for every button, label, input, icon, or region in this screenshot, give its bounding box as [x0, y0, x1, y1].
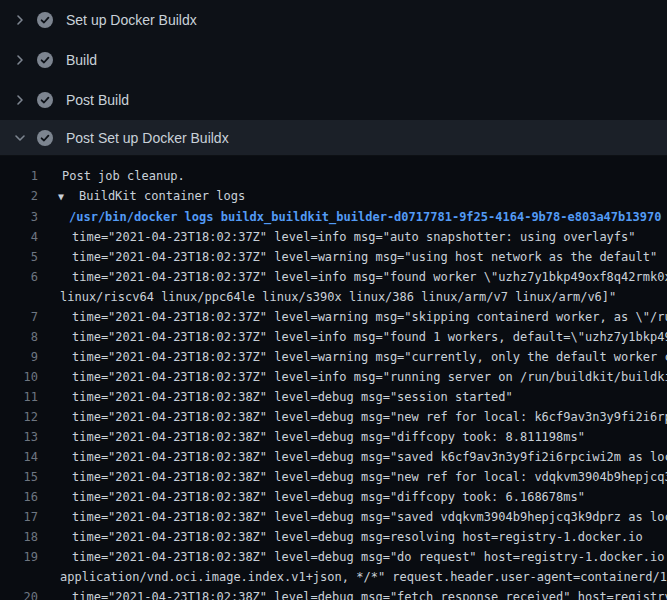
- line-text: time="2021-04-23T18:02:37Z" level=warnin…: [38, 307, 667, 327]
- log-line: 3 /usr/bin/docker logs buildx_buildkit_b…: [0, 207, 667, 227]
- line-text: Post job cleanup.: [38, 166, 185, 186]
- check-circle-icon: [37, 52, 53, 68]
- log-group-toggle[interactable]: ▼BuildKit container logs: [38, 186, 245, 207]
- log-line: 16 time="2021-04-23T18:02:38Z" level=deb…: [0, 487, 667, 507]
- log-panel: 1 Post job cleanup. 2 ▼BuildKit containe…: [0, 156, 667, 600]
- line-number[interactable]: 7: [0, 307, 38, 327]
- log-line: 11 time="2021-04-23T18:02:38Z" level=deb…: [0, 387, 667, 407]
- line-text: time="2021-04-23T18:02:37Z" level=info m…: [38, 327, 667, 347]
- line-text: time="2021-04-23T18:02:37Z" level=warnin…: [38, 347, 667, 367]
- line-text: time="2021-04-23T18:02:38Z" level=debug …: [38, 547, 667, 567]
- step-label: Set up Docker Buildx: [66, 12, 197, 28]
- step-row[interactable]: Set up Docker Buildx: [0, 0, 667, 40]
- line-number[interactable]: 8: [0, 327, 38, 347]
- log-line: 7 time="2021-04-23T18:02:37Z" level=warn…: [0, 307, 667, 327]
- log-line: 2 ▼BuildKit container logs: [0, 186, 667, 207]
- line-number[interactable]: 19: [0, 547, 38, 567]
- line-text: linux/riscv64 linux/ppc64le linux/s390x …: [38, 287, 616, 307]
- line-text: time="2021-04-23T18:02:38Z" level=debug …: [38, 587, 667, 600]
- line-number[interactable]: 3: [0, 207, 38, 227]
- line-number[interactable]: 11: [0, 387, 38, 407]
- log-line: application/vnd.oci.image.index.v1+json,…: [0, 567, 667, 587]
- line-number[interactable]: 12: [0, 407, 38, 427]
- log-line: 1 Post job cleanup.: [0, 166, 667, 186]
- step-row[interactable]: Post Set up Docker Buildx: [0, 120, 667, 156]
- check-circle-icon: [37, 130, 53, 146]
- line-number[interactable]: 5: [0, 247, 38, 267]
- chevron-right-icon: [12, 92, 28, 108]
- actions-log-viewer: Set up Docker Buildx Build Post Build: [0, 0, 667, 600]
- line-number[interactable]: [0, 567, 38, 587]
- line-number[interactable]: 15: [0, 467, 38, 487]
- line-number[interactable]: 17: [0, 507, 38, 527]
- line-number[interactable]: 13: [0, 427, 38, 447]
- line-number[interactable]: 18: [0, 527, 38, 547]
- step-label: Post Set up Docker Buildx: [66, 130, 229, 146]
- step-row[interactable]: Build: [0, 40, 667, 80]
- line-number[interactable]: 1: [0, 166, 38, 186]
- line-text: time="2021-04-23T18:02:38Z" level=debug …: [38, 507, 667, 527]
- log-line: 9 time="2021-04-23T18:02:37Z" level=warn…: [0, 347, 667, 367]
- check-circle-icon: [37, 92, 53, 108]
- line-number[interactable]: 4: [0, 227, 38, 247]
- log-line: 18 time="2021-04-23T18:02:38Z" level=deb…: [0, 527, 667, 547]
- log-line: 4 time="2021-04-23T18:02:37Z" level=info…: [0, 227, 667, 247]
- line-number[interactable]: 6: [0, 267, 38, 287]
- line-number[interactable]: 14: [0, 447, 38, 467]
- line-number[interactable]: 20: [0, 587, 38, 600]
- step-label: Build: [66, 52, 97, 68]
- log-line: 8 time="2021-04-23T18:02:37Z" level=info…: [0, 327, 667, 347]
- log-line: 14 time="2021-04-23T18:02:38Z" level=deb…: [0, 447, 667, 467]
- collapse-triangle-icon: ▼: [58, 187, 79, 207]
- line-text: time="2021-04-23T18:02:37Z" level=info m…: [38, 227, 636, 247]
- log-line: 12 time="2021-04-23T18:02:38Z" level=deb…: [0, 407, 667, 427]
- step-row[interactable]: Post Build: [0, 80, 667, 120]
- line-number[interactable]: [0, 287, 38, 307]
- chevron-down-icon: [12, 130, 28, 146]
- log-line: 13 time="2021-04-23T18:02:38Z" level=deb…: [0, 427, 667, 447]
- step-label: Post Build: [66, 92, 129, 108]
- log-line: 5 time="2021-04-23T18:02:37Z" level=warn…: [0, 247, 667, 267]
- line-text: time="2021-04-23T18:02:38Z" level=debug …: [38, 467, 667, 487]
- line-text: time="2021-04-23T18:02:38Z" level=debug …: [38, 407, 667, 427]
- log-line: 17 time="2021-04-23T18:02:38Z" level=deb…: [0, 507, 667, 527]
- line-text: time="2021-04-23T18:02:37Z" level=info m…: [38, 267, 667, 287]
- line-number[interactable]: 2: [0, 186, 38, 207]
- line-text: time="2021-04-23T18:02:38Z" level=debug …: [38, 387, 513, 407]
- line-text: time="2021-04-23T18:02:38Z" level=debug …: [38, 527, 643, 547]
- log-line: 15 time="2021-04-23T18:02:38Z" level=deb…: [0, 467, 667, 487]
- line-text: time="2021-04-23T18:02:37Z" level=warnin…: [38, 247, 657, 267]
- line-number[interactable]: 9: [0, 347, 38, 367]
- line-text: application/vnd.oci.image.index.v1+json,…: [38, 567, 667, 587]
- log-line: 19 time="2021-04-23T18:02:38Z" level=deb…: [0, 547, 667, 567]
- log-line: linux/riscv64 linux/ppc64le linux/s390x …: [0, 287, 667, 307]
- line-text: time="2021-04-23T18:02:37Z" level=info m…: [38, 367, 667, 387]
- chevron-right-icon: [12, 12, 28, 28]
- steps-list: Set up Docker Buildx Build Post Build: [0, 0, 667, 156]
- line-text: time="2021-04-23T18:02:38Z" level=debug …: [38, 427, 585, 447]
- log-line: 10 time="2021-04-23T18:02:37Z" level=inf…: [0, 367, 667, 387]
- line-number[interactable]: 16: [0, 487, 38, 507]
- line-text: time="2021-04-23T18:02:38Z" level=debug …: [38, 487, 585, 507]
- check-circle-icon: [37, 12, 53, 28]
- chevron-right-icon: [12, 52, 28, 68]
- log-line: 20 time="2021-04-23T18:02:38Z" level=deb…: [0, 587, 667, 600]
- line-text: time="2021-04-23T18:02:38Z" level=debug …: [38, 447, 667, 467]
- log-line: 6 time="2021-04-23T18:02:37Z" level=info…: [0, 267, 667, 287]
- line-number[interactable]: 10: [0, 367, 38, 387]
- line-text: /usr/bin/docker logs buildx_buildkit_bui…: [38, 207, 661, 227]
